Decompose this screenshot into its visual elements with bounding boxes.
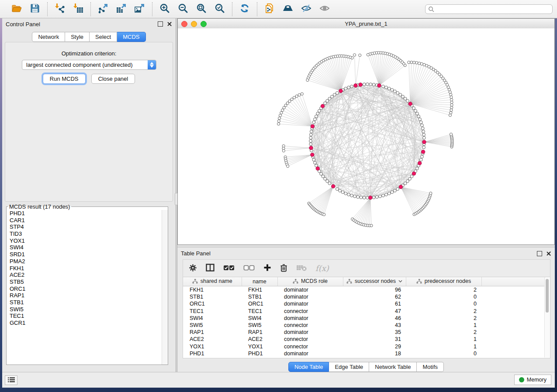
mcds-result-item[interactable]: ACE2 — [7, 272, 162, 279]
table-settings-button[interactable] — [189, 264, 197, 273]
table-cell[interactable]: 61 — [343, 300, 406, 307]
table-cell[interactable]: FKH1 — [183, 286, 242, 294]
table-cell[interactable]: connector — [277, 336, 343, 343]
table-cell[interactable]: YOX1 — [183, 343, 242, 350]
table-cell[interactable]: ORC1 — [242, 300, 277, 307]
table-cell[interactable]: 1 — [406, 336, 481, 343]
table-row[interactable]: ORC1ORC1dominator610 — [183, 300, 545, 307]
table-cell[interactable]: 0 — [406, 293, 481, 300]
table-cell[interactable]: 2 — [406, 315, 481, 322]
table-cell[interactable]: 31 — [343, 336, 406, 343]
col-shared-name[interactable]: shared name — [183, 277, 242, 286]
table-row[interactable]: RAP1RAP1dominator352 — [183, 329, 545, 336]
float-table-panel-icon[interactable] — [537, 251, 542, 256]
search-input[interactable] — [425, 4, 553, 14]
window-close-icon[interactable] — [181, 21, 187, 27]
zoom-selected-button[interactable] — [212, 2, 228, 16]
table-cell[interactable]: SWI4 — [183, 315, 242, 322]
table-cell[interactable]: 18 — [343, 350, 406, 357]
table-row[interactable]: SWI4SWI4dominator462 — [183, 315, 545, 322]
hide-selected-button[interactable] — [298, 2, 314, 16]
table-cell[interactable]: PHD1 — [183, 350, 242, 357]
mcds-result-item[interactable]: TID3 — [7, 230, 162, 237]
criterion-select[interactable]: largest connected component (undirected) — [22, 60, 156, 70]
table-cell[interactable]: 2 — [406, 308, 481, 315]
deselect-all-rows-button[interactable] — [243, 265, 255, 272]
table-cell[interactable]: 29 — [343, 343, 406, 350]
table-row[interactable]: SWI5SWI5connector431 — [183, 322, 545, 329]
table-cell[interactable]: 1 — [406, 322, 481, 329]
zoom-fit-button[interactable] — [194, 2, 209, 16]
table-split-view-button[interactable] — [206, 264, 214, 273]
first-neighbors-button[interactable] — [280, 2, 296, 16]
table-cell[interactable]: dominator — [277, 315, 343, 322]
tab-node-table[interactable]: Node Table — [288, 362, 329, 372]
table-cell[interactable]: 47 — [343, 308, 406, 315]
export-image-button[interactable] — [132, 2, 148, 16]
delete-table-button[interactable] — [296, 264, 307, 272]
table-cell[interactable]: connector — [277, 343, 343, 350]
run-mcds-button[interactable]: Run MCDS — [43, 74, 86, 84]
window-zoom-icon[interactable] — [201, 21, 207, 27]
window-minimize-icon[interactable] — [191, 21, 197, 27]
table-row[interactable]: ACE2ACE2connector311 — [183, 336, 545, 343]
table-cell[interactable]: 2 — [406, 286, 481, 294]
mcds-result-item[interactable]: STP4 — [7, 224, 162, 230]
table-cell[interactable]: RAP1 — [242, 329, 277, 336]
network-canvas[interactable] — [178, 28, 554, 244]
show-all-button[interactable] — [317, 2, 332, 16]
table-cell[interactable]: RAP1 — [183, 329, 242, 336]
tab-select[interactable]: Select — [90, 32, 117, 42]
network-graph[interactable] — [178, 28, 554, 244]
close-panel-icon[interactable] — [167, 21, 172, 27]
export-network-button[interactable] — [95, 2, 111, 16]
open-session-button[interactable] — [9, 2, 24, 16]
mcds-result-item[interactable]: SRD1 — [7, 251, 162, 258]
mcds-result-item[interactable]: PMA2 — [7, 258, 162, 265]
table-cell[interactable]: ACE2 — [183, 336, 242, 343]
mcds-list-scrollbar[interactable] — [162, 210, 168, 364]
table-row[interactable]: FKH1FKH1dominator962 — [183, 286, 545, 294]
tab-motifs[interactable]: Motifs — [417, 362, 444, 372]
graph-satellite-nodes[interactable] — [277, 52, 454, 227]
col-predecessor-nodes[interactable]: predecessor nodes — [406, 277, 481, 286]
zoom-out-button[interactable] — [175, 2, 191, 16]
table-cell[interactable]: 96 — [343, 286, 406, 294]
close-panel-button[interactable]: Close panel — [91, 74, 135, 84]
table-cell[interactable]: FKH1 — [242, 286, 277, 294]
table-cell[interactable]: 46 — [343, 315, 406, 322]
table-cell[interactable]: SWI5 — [183, 322, 242, 329]
tab-network-table[interactable]: Network Table — [369, 362, 417, 372]
table-cell[interactable]: connector — [277, 308, 343, 315]
mcds-result-item[interactable]: RAP1 — [7, 292, 162, 299]
table-cell[interactable]: 62 — [343, 293, 406, 300]
table-cell[interactable]: ORC1 — [183, 300, 242, 307]
table-row[interactable]: PHD1PHD1dominator180 — [183, 350, 545, 357]
save-session-button[interactable] — [27, 2, 43, 16]
zoom-in-button[interactable] — [157, 2, 173, 16]
import-table-button[interactable] — [70, 2, 86, 16]
table-row[interactable]: STB1STB1dominator620 — [183, 293, 545, 300]
table-cell[interactable]: ACE2 — [242, 336, 277, 343]
table-cell[interactable]: TEC1 — [242, 308, 277, 315]
mcds-result-item[interactable]: FKH1 — [7, 265, 162, 272]
table-cell[interactable]: TEC1 — [183, 308, 242, 315]
float-panel-icon[interactable] — [158, 21, 163, 27]
import-network-button[interactable] — [52, 2, 68, 16]
table-cell[interactable]: 35 — [343, 329, 406, 336]
table-row[interactable]: YOX1YOX1connector291 — [183, 343, 545, 350]
table-cell[interactable]: SWI4 — [242, 315, 277, 322]
tab-mcds[interactable]: MCDS — [117, 32, 145, 42]
tab-style[interactable]: Style — [65, 32, 90, 42]
tab-edge-table[interactable]: Edge Table — [329, 362, 369, 372]
col-mcds-role[interactable]: MCDS role — [277, 277, 343, 286]
col-name[interactable]: name — [242, 277, 277, 286]
table-scrollbar[interactable] — [544, 278, 550, 358]
table-cell[interactable]: 2 — [406, 329, 481, 336]
export-table-button[interactable] — [114, 2, 129, 16]
table-cell[interactable]: SWI5 — [242, 322, 277, 329]
mcds-result-item[interactable]: ORC1 — [7, 285, 162, 292]
mcds-result-list[interactable]: PHD1CAR1STP4TID3YOX1SWI4SRD1PMA2FKH1ACE2… — [7, 210, 162, 364]
clone-network-button[interactable] — [262, 2, 277, 16]
table-cell[interactable]: dominator — [277, 329, 343, 336]
